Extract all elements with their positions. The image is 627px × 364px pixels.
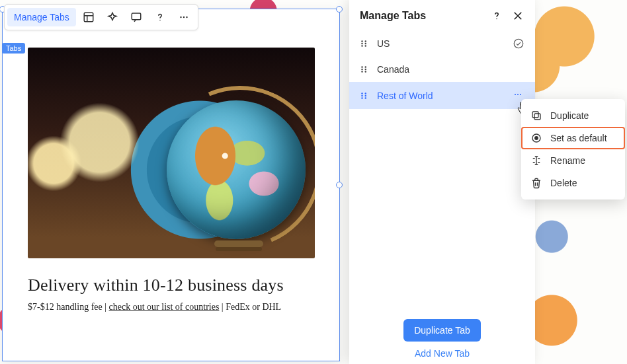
trash-icon bbox=[530, 177, 542, 189]
ctx-rename[interactable]: Rename bbox=[521, 149, 625, 172]
tab-list: US Canada Rest of World bbox=[349, 30, 535, 109]
panel-title: Manage Tabs bbox=[360, 10, 426, 22]
default-badge-icon bbox=[513, 38, 524, 50]
tab-row-us[interactable]: US bbox=[349, 30, 535, 57]
tab-row-rest-of-world[interactable]: Rest of World bbox=[349, 82, 535, 109]
comment-icon[interactable] bbox=[125, 7, 147, 27]
radio-icon bbox=[530, 132, 542, 144]
svg-point-3 bbox=[180, 17, 181, 18]
svg-point-24 bbox=[365, 94, 366, 96]
svg-point-5 bbox=[186, 17, 187, 18]
drag-handle-icon[interactable] bbox=[360, 91, 369, 100]
countries-link[interactable]: check out our list of countries bbox=[109, 302, 220, 312]
svg-point-17 bbox=[365, 66, 366, 67]
svg-point-18 bbox=[365, 69, 366, 70]
svg-point-28 bbox=[520, 94, 521, 95]
selection-tag-label: Tabs bbox=[6, 44, 21, 52]
close-icon[interactable] bbox=[511, 9, 524, 22]
tab-row-canada[interactable]: Canada bbox=[349, 57, 535, 82]
tab-content: Delivery within 10-12 business days $7-$… bbox=[3, 32, 339, 328]
subline-after: | FedEx or DHL bbox=[219, 302, 281, 312]
svg-rect-1 bbox=[132, 13, 141, 20]
svg-rect-29 bbox=[534, 114, 540, 120]
svg-point-8 bbox=[361, 43, 362, 44]
tab-context-menu: Duplicate Set as default Rename Delete bbox=[521, 99, 625, 200]
drag-handle-icon[interactable] bbox=[360, 39, 369, 48]
ctx-label: Set as default bbox=[550, 133, 607, 143]
svg-point-25 bbox=[365, 97, 366, 98]
manage-tabs-button[interactable]: Manage Tabs bbox=[7, 8, 76, 26]
svg-point-13 bbox=[514, 39, 523, 48]
more-icon[interactable] bbox=[173, 7, 195, 27]
tab-label: Canada bbox=[377, 64, 524, 75]
svg-point-11 bbox=[365, 43, 366, 44]
svg-point-32 bbox=[535, 137, 538, 140]
element-toolbar: Manage Tabs bbox=[4, 4, 198, 30]
svg-point-9 bbox=[361, 45, 362, 46]
svg-point-15 bbox=[361, 69, 362, 70]
subline-before: $7-$12 handling fee | bbox=[28, 302, 109, 312]
svg-point-26 bbox=[515, 94, 516, 95]
svg-point-10 bbox=[365, 40, 366, 42]
tab-label: US bbox=[377, 38, 505, 49]
duplicate-icon bbox=[530, 110, 542, 122]
help-icon[interactable] bbox=[149, 7, 171, 27]
drag-handle-icon[interactable] bbox=[360, 65, 369, 74]
duplicate-tab-button[interactable]: Duplicate Tab bbox=[403, 319, 481, 342]
svg-point-21 bbox=[361, 94, 362, 96]
ctx-label: Rename bbox=[550, 155, 585, 166]
layout-icon[interactable] bbox=[77, 7, 100, 27]
svg-point-4 bbox=[183, 17, 185, 18]
rename-icon bbox=[530, 155, 542, 166]
manage-tabs-panel: Manage Tabs US Canada bbox=[349, 0, 535, 364]
svg-point-27 bbox=[517, 94, 519, 95]
delivery-subline: $7-$12 handling fee | check out our list… bbox=[28, 302, 314, 312]
svg-point-12 bbox=[365, 45, 366, 46]
svg-point-22 bbox=[361, 97, 362, 98]
svg-point-14 bbox=[361, 66, 362, 67]
ctx-delete[interactable]: Delete bbox=[521, 172, 625, 194]
svg-point-7 bbox=[361, 40, 362, 42]
ctx-label: Delete bbox=[550, 178, 577, 188]
svg-point-23 bbox=[365, 92, 366, 94]
svg-point-20 bbox=[361, 92, 362, 94]
selection-tag: Tabs bbox=[2, 43, 25, 54]
ctx-set-default[interactable]: Set as default bbox=[521, 127, 625, 149]
ctx-label: Duplicate bbox=[550, 110, 589, 121]
svg-point-16 bbox=[361, 71, 362, 72]
svg-rect-0 bbox=[84, 13, 93, 22]
svg-point-19 bbox=[365, 71, 366, 72]
ctx-duplicate[interactable]: Duplicate bbox=[521, 104, 625, 127]
panel-help-icon[interactable] bbox=[490, 9, 503, 22]
hero-image bbox=[28, 48, 315, 258]
svg-point-6 bbox=[496, 18, 497, 20]
tab-label: Rest of World bbox=[377, 91, 503, 101]
svg-point-2 bbox=[159, 20, 161, 21]
add-new-tab-button[interactable]: Add New Tab bbox=[415, 348, 470, 359]
delivery-heading: Delivery within 10-12 business days bbox=[28, 275, 314, 295]
animation-icon[interactable] bbox=[101, 7, 124, 27]
svg-rect-30 bbox=[532, 112, 538, 118]
tabs-selection-frame: Tabs Delivery within 10-12 business days… bbox=[2, 9, 340, 361]
